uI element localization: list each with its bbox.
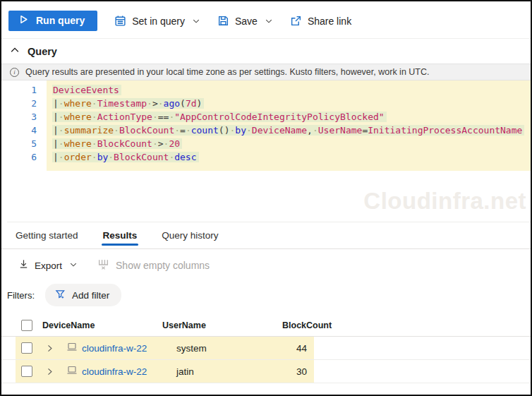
- chevron-up-icon: [10, 45, 20, 58]
- code-line[interactable]: |·summarize·BlockCount·=·count()·by·Devi…: [52, 124, 531, 137]
- chevron-down-icon: [192, 17, 200, 25]
- table-row[interactable]: cloudinfra-w-22jatin30: [1, 360, 531, 383]
- laptop-icon: [66, 341, 78, 355]
- show-empty-columns-label: Show empty columns: [116, 260, 210, 271]
- code-line[interactable]: DeviceEvents: [52, 83, 531, 97]
- line-number-gutter: 123456: [1, 80, 47, 171]
- info-icon: i: [10, 68, 19, 77]
- code-line[interactable]: |·where·ActionType·==·"AppControlCodeInt…: [52, 110, 531, 124]
- line-number: 6: [1, 150, 37, 164]
- play-icon: [18, 14, 29, 27]
- add-filter-label: Add filter: [72, 290, 109, 301]
- device-cell: cloudinfra-w-22: [66, 341, 176, 355]
- user-name-cell: system: [176, 343, 296, 354]
- run-query-label: Run query: [36, 15, 85, 26]
- filters-label: Filters:: [7, 290, 35, 301]
- query-toolbar: Run query Set in query: [1, 1, 531, 38]
- line-number: 5: [1, 137, 37, 150]
- device-cell: cloudinfra-w-22: [66, 364, 176, 378]
- column-header-devicename[interactable]: DeviceName: [42, 320, 162, 330]
- tab-query-history[interactable]: Query history: [162, 230, 218, 248]
- calendar-icon: [114, 15, 126, 27]
- show-empty-columns-button[interactable]: Show empty columns: [97, 258, 210, 272]
- select-all-checkbox[interactable]: [21, 320, 32, 331]
- row-checkbox[interactable]: [21, 366, 32, 377]
- user-name-cell: jatin: [176, 366, 296, 377]
- results-tab-bar: Getting startedResultsQuery history: [1, 222, 531, 248]
- add-filter-button[interactable]: Add filter: [45, 284, 121, 306]
- watermark-text: Cloudinfra.net: [363, 188, 526, 215]
- timezone-info-banner: i Query results are presented in your lo…: [1, 64, 531, 80]
- device-name-link[interactable]: cloudinfra-w-22: [82, 343, 147, 354]
- save-icon: [217, 15, 229, 27]
- code-line[interactable]: |·where·BlockCount·>·20: [52, 137, 531, 150]
- line-number: 2: [1, 97, 37, 110]
- table-header-row: DeviceName UserName BlockCount: [1, 315, 531, 336]
- filter-funnel-icon: [55, 289, 66, 301]
- line-number: 1: [1, 83, 37, 97]
- table-row[interactable]: cloudinfra-w-22system44: [1, 337, 531, 360]
- share-icon: [290, 15, 302, 27]
- share-link-button[interactable]: Share link: [290, 15, 351, 27]
- filters-row: Filters: Add filter: [1, 281, 531, 315]
- chevron-down-icon: [69, 260, 78, 271]
- columns-icon: [97, 258, 109, 272]
- table-body: cloudinfra-w-22system44cloudinfra-w-22ja…: [1, 337, 531, 383]
- run-query-button[interactable]: Run query: [8, 11, 97, 31]
- expand-row-chevron-icon[interactable]: [45, 367, 66, 376]
- code-line[interactable]: |·where·Timestamp·>·ago(7d): [52, 97, 531, 110]
- laptop-icon: [66, 364, 78, 378]
- kusto-query-editor[interactable]: 123456 DeviceEvents|·where·Timestamp·>·a…: [1, 80, 531, 171]
- content-gap: Cloudinfra.net: [1, 171, 531, 222]
- code-area[interactable]: DeviceEvents|·where·Timestamp·>·ago(7d)|…: [47, 80, 531, 171]
- advanced-hunting-page: Run query Set in query: [0, 0, 532, 396]
- line-number: 3: [1, 110, 37, 124]
- column-header-blockcount[interactable]: BlockCount: [282, 320, 531, 330]
- row-checkbox[interactable]: [21, 342, 32, 354]
- export-button[interactable]: Export: [18, 259, 78, 272]
- share-link-label: Share link: [308, 16, 351, 27]
- results-toolbar: Export Show empty columns: [1, 249, 531, 281]
- expand-row-chevron-icon[interactable]: [45, 344, 66, 353]
- block-count-cell: 44: [296, 343, 531, 354]
- tab-getting-started[interactable]: Getting started: [16, 230, 78, 248]
- download-icon: [18, 259, 29, 272]
- block-count-cell: 30: [296, 366, 531, 377]
- device-name-link[interactable]: cloudinfra-w-22: [82, 366, 147, 377]
- query-section-header[interactable]: Query: [1, 39, 531, 64]
- line-number: 4: [1, 124, 37, 137]
- set-in-query-button[interactable]: Set in query: [114, 15, 200, 27]
- code-line[interactable]: |·order·by·BlockCount·desc: [52, 150, 531, 164]
- query-section-title: Query: [28, 46, 57, 57]
- export-label: Export: [35, 260, 62, 271]
- set-in-query-label: Set in query: [132, 16, 185, 27]
- tab-results[interactable]: Results: [103, 230, 138, 248]
- save-label: Save: [235, 16, 258, 27]
- column-header-username[interactable]: UserName: [162, 320, 282, 330]
- chevron-down-icon: [265, 17, 273, 25]
- banner-text: Query results are presented in your loca…: [25, 67, 429, 77]
- save-button[interactable]: Save: [217, 15, 273, 27]
